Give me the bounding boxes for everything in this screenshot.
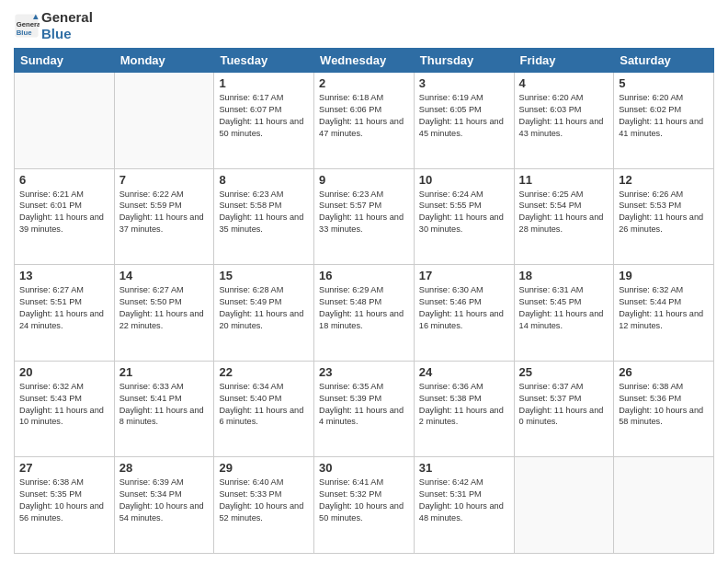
day-info: Sunrise: 6:20 AM Sunset: 6:02 PM Dayligh… [619, 92, 709, 140]
dow-header-wednesday: Wednesday [314, 49, 415, 73]
calendar-cell: 16Sunrise: 6:29 AM Sunset: 5:48 PM Dayli… [314, 265, 415, 362]
day-number: 4 [519, 76, 609, 90]
day-info: Sunrise: 6:17 AM Sunset: 6:07 PM Dayligh… [219, 92, 309, 140]
day-info: Sunrise: 6:26 AM Sunset: 5:53 PM Dayligh… [619, 189, 709, 236]
day-info: Sunrise: 6:25 AM Sunset: 5:54 PM Dayligh… [519, 189, 609, 236]
calendar-cell: 10Sunrise: 6:24 AM Sunset: 5:55 PM Dayli… [414, 168, 514, 265]
calendar-cell: 4Sunrise: 6:20 AM Sunset: 6:03 PM Daylig… [514, 73, 614, 169]
day-info: Sunrise: 6:21 AM Sunset: 6:01 PM Dayligh… [19, 189, 109, 236]
day-number: 22 [219, 365, 309, 379]
day-number: 31 [419, 461, 509, 475]
day-number: 18 [519, 269, 609, 282]
day-info: Sunrise: 6:35 AM Sunset: 5:39 PM Dayligh… [319, 381, 409, 429]
calendar-cell: 17Sunrise: 6:30 AM Sunset: 5:46 PM Dayli… [414, 265, 514, 362]
calendar-cell: 8Sunrise: 6:23 AM Sunset: 5:58 PM Daylig… [214, 168, 314, 265]
logo-text: General Blue [41, 9, 93, 42]
day-info: Sunrise: 6:37 AM Sunset: 5:37 PM Dayligh… [519, 381, 609, 429]
svg-text:Blue: Blue [17, 29, 32, 37]
day-number: 2 [319, 76, 409, 90]
week-row-3: 20Sunrise: 6:32 AM Sunset: 5:43 PM Dayli… [15, 361, 714, 457]
week-row-4: 27Sunrise: 6:38 AM Sunset: 5:35 PM Dayli… [15, 457, 714, 554]
day-number: 6 [19, 173, 109, 187]
day-of-week-row: SundayMondayTuesdayWednesdayThursdayFrid… [15, 49, 714, 73]
day-number: 3 [419, 76, 509, 90]
day-info: Sunrise: 6:36 AM Sunset: 5:38 PM Dayligh… [419, 381, 509, 429]
day-info: Sunrise: 6:39 AM Sunset: 5:34 PM Dayligh… [119, 477, 210, 524]
calendar-cell: 22Sunrise: 6:34 AM Sunset: 5:40 PM Dayli… [214, 361, 314, 457]
dow-header-friday: Friday [514, 49, 614, 73]
calendar-cell: 24Sunrise: 6:36 AM Sunset: 5:38 PM Dayli… [414, 361, 514, 457]
day-number: 20 [19, 365, 109, 379]
day-number: 13 [19, 269, 109, 282]
week-row-2: 13Sunrise: 6:27 AM Sunset: 5:51 PM Dayli… [15, 265, 714, 362]
calendar-cell: 19Sunrise: 6:32 AM Sunset: 5:44 PM Dayli… [614, 265, 714, 362]
day-info: Sunrise: 6:30 AM Sunset: 5:46 PM Dayligh… [419, 284, 509, 332]
day-info: Sunrise: 6:41 AM Sunset: 5:32 PM Dayligh… [319, 477, 409, 524]
day-number: 30 [319, 461, 409, 475]
day-info: Sunrise: 6:38 AM Sunset: 5:36 PM Dayligh… [619, 381, 709, 429]
calendar-body: 1Sunrise: 6:17 AM Sunset: 6:07 PM Daylig… [15, 73, 714, 554]
day-info: Sunrise: 6:32 AM Sunset: 5:43 PM Dayligh… [19, 381, 109, 429]
day-number: 21 [119, 365, 210, 379]
svg-text:General: General [17, 20, 40, 29]
day-info: Sunrise: 6:19 AM Sunset: 6:05 PM Dayligh… [419, 92, 509, 140]
logo: General Blue General Blue [14, 9, 93, 42]
day-info: Sunrise: 6:27 AM Sunset: 5:51 PM Dayligh… [19, 284, 109, 332]
day-info: Sunrise: 6:24 AM Sunset: 5:55 PM Dayligh… [419, 189, 509, 236]
day-info: Sunrise: 6:20 AM Sunset: 6:03 PM Dayligh… [519, 92, 609, 140]
calendar-cell: 6Sunrise: 6:21 AM Sunset: 6:01 PM Daylig… [15, 168, 115, 265]
day-number: 10 [419, 173, 509, 187]
calendar-cell: 29Sunrise: 6:40 AM Sunset: 5:33 PM Dayli… [214, 457, 314, 554]
calendar-cell: 25Sunrise: 6:37 AM Sunset: 5:37 PM Dayli… [514, 361, 614, 457]
day-number: 16 [319, 269, 409, 282]
calendar-cell: 12Sunrise: 6:26 AM Sunset: 5:53 PM Dayli… [614, 168, 714, 265]
day-info: Sunrise: 6:29 AM Sunset: 5:48 PM Dayligh… [319, 284, 409, 332]
day-number: 27 [19, 461, 109, 475]
calendar-cell [614, 457, 714, 554]
day-number: 11 [519, 173, 609, 187]
calendar-cell: 5Sunrise: 6:20 AM Sunset: 6:02 PM Daylig… [614, 73, 714, 169]
day-number: 29 [219, 461, 309, 475]
calendar-cell: 9Sunrise: 6:23 AM Sunset: 5:57 PM Daylig… [314, 168, 415, 265]
week-row-1: 6Sunrise: 6:21 AM Sunset: 6:01 PM Daylig… [15, 168, 714, 265]
day-number: 15 [219, 269, 309, 282]
day-number: 14 [119, 269, 210, 282]
day-info: Sunrise: 6:32 AM Sunset: 5:44 PM Dayligh… [619, 284, 709, 332]
week-row-0: 1Sunrise: 6:17 AM Sunset: 6:07 PM Daylig… [15, 73, 714, 169]
calendar-cell [114, 73, 214, 169]
calendar-cell: 31Sunrise: 6:42 AM Sunset: 5:31 PM Dayli… [414, 457, 514, 554]
day-info: Sunrise: 6:31 AM Sunset: 5:45 PM Dayligh… [519, 284, 609, 332]
calendar-cell: 3Sunrise: 6:19 AM Sunset: 6:05 PM Daylig… [414, 73, 514, 169]
day-number: 26 [619, 365, 709, 379]
day-number: 5 [619, 76, 709, 90]
calendar-cell [514, 457, 614, 554]
calendar-cell: 2Sunrise: 6:18 AM Sunset: 6:06 PM Daylig… [314, 73, 415, 169]
logo-icon: General Blue [14, 13, 40, 39]
day-number: 7 [119, 173, 210, 187]
dow-header-saturday: Saturday [614, 49, 714, 73]
day-number: 1 [219, 76, 309, 90]
calendar-cell: 11Sunrise: 6:25 AM Sunset: 5:54 PM Dayli… [514, 168, 614, 265]
dow-header-sunday: Sunday [15, 49, 115, 73]
calendar-cell: 13Sunrise: 6:27 AM Sunset: 5:51 PM Dayli… [15, 265, 115, 362]
calendar-cell: 23Sunrise: 6:35 AM Sunset: 5:39 PM Dayli… [314, 361, 415, 457]
day-info: Sunrise: 6:27 AM Sunset: 5:50 PM Dayligh… [119, 284, 210, 332]
dow-header-monday: Monday [114, 49, 214, 73]
day-number: 25 [519, 365, 609, 379]
day-number: 12 [619, 173, 709, 187]
day-number: 23 [319, 365, 409, 379]
page: General Blue General Blue SundayMondayTu… [0, 0, 728, 563]
day-number: 9 [319, 173, 409, 187]
calendar-cell: 27Sunrise: 6:38 AM Sunset: 5:35 PM Dayli… [15, 457, 115, 554]
header: General Blue General Blue [14, 9, 714, 42]
day-number: 8 [219, 173, 309, 187]
calendar-cell: 14Sunrise: 6:27 AM Sunset: 5:50 PM Dayli… [114, 265, 214, 362]
day-number: 28 [119, 461, 210, 475]
calendar-cell: 21Sunrise: 6:33 AM Sunset: 5:41 PM Dayli… [114, 361, 214, 457]
calendar-cell: 15Sunrise: 6:28 AM Sunset: 5:49 PM Dayli… [214, 265, 314, 362]
calendar-cell: 1Sunrise: 6:17 AM Sunset: 6:07 PM Daylig… [214, 73, 314, 169]
day-info: Sunrise: 6:42 AM Sunset: 5:31 PM Dayligh… [419, 477, 509, 524]
day-number: 19 [619, 269, 709, 282]
calendar: SundayMondayTuesdayWednesdayThursdayFrid… [14, 48, 714, 554]
dow-header-thursday: Thursday [414, 49, 514, 73]
